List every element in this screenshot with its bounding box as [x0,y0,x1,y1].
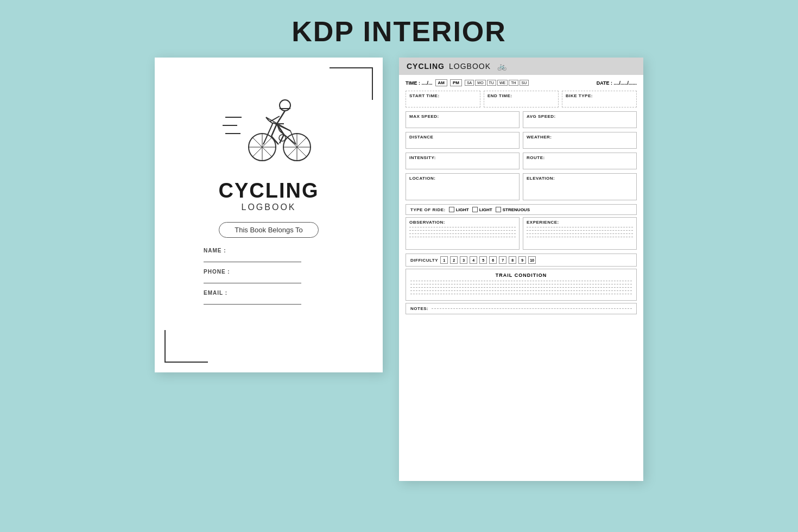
phone-label: PHONE : [204,269,334,275]
checkbox-strenuous [496,207,501,212]
diff-1: 1 [440,256,448,264]
checkbox-light1 [449,207,454,212]
front-cover: CYCLING LOGBOOK This Book Belongs To NAM… [155,58,383,372]
corner-top-right-decoration [330,67,373,100]
max-speed-field: MAX SPEED: [406,111,520,128]
start-time-field: START TIME: [406,91,480,107]
name-underline [204,255,301,262]
belongs-to-box: This Book Belongs To [219,222,319,238]
type-of-ride-row: TYPE OF RIDE: LIGHT LIGHT STRENUOUS [406,204,637,215]
avg-speed-field: AVG SPEED: [523,111,637,128]
end-time-field: END TIME: [484,91,559,107]
page-title: KDP INTERIOR [292,15,506,48]
diff-2: 2 [450,256,458,264]
difficulty-row: DIFFICULTY 1 2 3 4 5 6 7 8 9 10 [406,254,637,267]
elevation-field: ELEVATION: [523,173,637,200]
diff-3: 3 [460,256,467,264]
ride-option-strenuous: STRENUOUS [496,207,530,212]
time-row: TIME : ..../... AM PM SA MO TU WE TH SU … [406,79,637,86]
cover-cycling-title: CYCLING [219,179,319,202]
diff-10: 10 [528,256,536,264]
bike-icon: 🚲 [497,62,506,71]
diff-5: 5 [479,256,487,264]
day-we: WE [497,80,508,86]
cover-logbook-subtitle: LOGBOOK [241,202,296,212]
diff-6: 6 [489,256,497,264]
svg-line-12 [280,135,284,143]
logbook-page: CYCLING LOGBOOK 🚲 TIME : ..../... AM PM … [399,58,643,481]
ride-option-light1: LIGHT [449,207,469,212]
ride-option-light2: LIGHT [472,207,492,212]
checkbox-light2 [472,207,478,212]
logbook-header: CYCLING LOGBOOK 🚲 [399,58,643,75]
email-label: EMAIL : [204,290,334,296]
am-box: AM [435,79,447,86]
time-label: TIME : ..../... [406,80,433,86]
diff-7: 7 [499,256,506,264]
corner-bottom-left-decoration [164,330,208,363]
diff-4: 4 [470,256,477,264]
day-th: TH [509,80,518,86]
notes-row: NOTES: [406,303,637,314]
experience-field: EXPERIENCE: [523,217,637,250]
day-boxes: SA MO TU WE TH SU [465,80,529,86]
location-field: LOCATION: [406,173,520,200]
observation-field: OBSERVATION: [406,217,520,250]
bike-type-field: BIKE TYPE: [562,91,637,107]
diff-9: 9 [518,256,526,264]
logbook-header-bold: CYCLING [407,62,445,71]
route-field: ROUTE: [523,153,637,169]
day-su: SU [520,80,529,86]
name-label: NAME : [204,248,334,254]
phone-underline [204,276,301,283]
cyclist-illustration [214,85,323,174]
logbook-header-light: LOGBOOK [449,62,491,71]
trail-condition-section: TRAIL CONDITION [406,269,637,301]
diff-8: 8 [509,256,516,264]
intensity-field: INTENSITY: [406,153,520,169]
trail-condition-label: TRAIL CONDITION [410,273,632,278]
day-mo: MO [475,80,485,86]
email-underline [204,297,301,305]
weather-field: WEATHER: [523,132,637,149]
date-label: DATE : ..../...../...... [597,80,637,86]
distance-field: DISTANCE [406,132,520,149]
day-tu: TU [487,80,496,86]
pm-box: PM [450,79,462,86]
day-sa: SA [465,80,474,86]
